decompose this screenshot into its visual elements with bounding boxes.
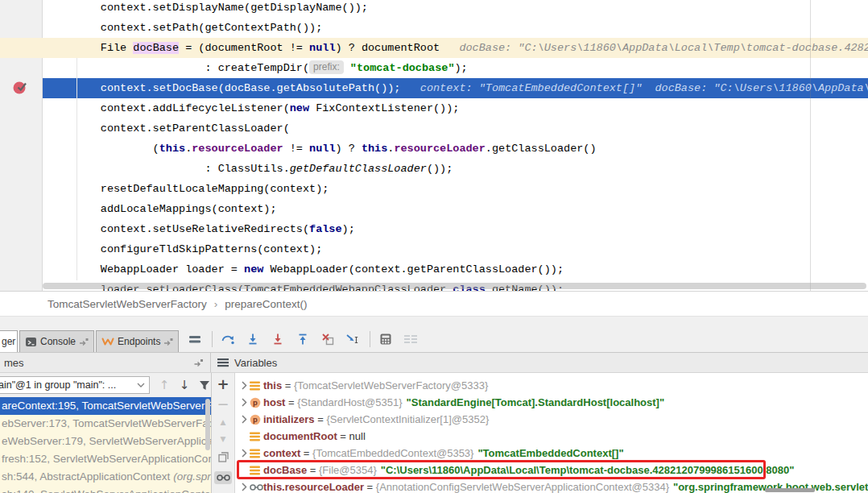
- breadcrumb: TomcatServletWebServerFactory›prepareCon…: [0, 292, 868, 317]
- duplicate-watch-button[interactable]: [214, 452, 232, 462]
- code-editor[interactable]: context.setDisplayName(getDisplayName())…: [0, 0, 868, 292]
- frames-list: areContext:195, TomcatServletWebServerFa…: [0, 397, 211, 493]
- variable-ref: {TomcatServletWebServerFactory@5333}: [294, 379, 488, 392]
- tab-console[interactable]: Console: [19, 330, 94, 352]
- frame-row[interactable]: sh:140, ServletWebServerApplicationConte…: [0, 486, 211, 493]
- tab-ger[interactable]: ger: [0, 330, 18, 352]
- step-over-icon: [221, 333, 235, 346]
- variable-row[interactable]: this = {TomcatServletWebServerFactory@53…: [236, 377, 868, 394]
- variable-row[interactable]: docBase = {File@5354}"C:\Users\11860\App…: [236, 462, 868, 478]
- variable-name: initializers: [263, 413, 315, 425]
- threads-view-button[interactable]: [185, 329, 205, 350]
- threads-view-icon: [188, 334, 201, 345]
- frames-toolbar: ↑↓: [158, 379, 211, 392]
- hide-panel-icon[interactable]: [193, 358, 204, 367]
- endpoints-icon: [101, 336, 114, 347]
- frame-row[interactable]: fresh:152, ServletWebServerApplicationCo…: [0, 450, 211, 468]
- force-step-into-button[interactable]: [268, 329, 287, 350]
- variable-row[interactable]: phost = {StandardHost@5351}"StandardEngi…: [236, 394, 868, 411]
- expand-chevron-icon[interactable]: [239, 483, 250, 491]
- variable-string: "StandardEngine[Tomcat].StandardHost[loc…: [407, 396, 665, 408]
- code-line: : createTempDir(prefix: "tomcat-docbase"…: [48, 58, 868, 78]
- code-line: configureTldSkipPatterns(context);: [48, 239, 868, 259]
- frames-panel-title: mes: [4, 357, 193, 369]
- move-watch-up-button: ▲: [214, 419, 232, 427]
- debugger-content: ain"@1 in group "main": ... ↑↓ areContex…: [0, 373, 868, 493]
- frame-row[interactable]: areContext:195, TomcatServletWebServerFa…: [0, 397, 211, 415]
- remove-watch-icon: −: [217, 397, 229, 412]
- variable-ref: {File@5354}: [319, 464, 377, 476]
- watch-toolbar: +−▲▼: [212, 373, 235, 493]
- equals-sign: =: [364, 481, 376, 493]
- evaluate-expression-icon: [379, 333, 392, 346]
- variable-row[interactable]: context = {TomcatEmbeddedContext@5353}"T…: [236, 445, 868, 462]
- thread-selector[interactable]: ain"@1 in group "main": ...: [0, 376, 150, 394]
- force-step-into-icon: [271, 333, 284, 346]
- drop-frame-button[interactable]: [318, 329, 337, 350]
- breadcrumb-item[interactable]: TomcatServletWebServerFactory: [48, 298, 207, 310]
- toolbar-separator: [370, 331, 370, 347]
- filter-button[interactable]: [198, 379, 211, 392]
- step-into-button[interactable]: [243, 329, 262, 350]
- frames-panel-header: mes: [0, 353, 211, 372]
- horizontal-scrollbar[interactable]: [43, 283, 866, 289]
- expand-chevron-icon[interactable]: [239, 415, 250, 424]
- run-to-cursor-button[interactable]: [343, 329, 362, 350]
- expand-chevron-icon[interactable]: [239, 449, 250, 458]
- menu-icon[interactable]: [217, 358, 229, 367]
- show-watches-button[interactable]: [214, 471, 232, 484]
- variable-string: "TomcatEmbeddedContext[]": [477, 447, 623, 459]
- chevron-down-icon: [137, 383, 145, 387]
- frame-row[interactable]: ebServer:173, TomcatServletWebServerFact…: [0, 415, 211, 433]
- execution-code-line: context.setDocBase(docBase.getAbsolutePa…: [48, 78, 868, 98]
- code-lines: context.setDisplayName(getDisplayName())…: [48, 0, 868, 292]
- field-icon: [250, 466, 263, 475]
- frame-row[interactable]: eWebServer:179, ServletWebServerApplicat…: [0, 433, 211, 450]
- frame-row[interactable]: sh:544, AbstractApplicationContext (org.…: [0, 468, 211, 486]
- add-watch-icon: +: [217, 377, 229, 392]
- code-line: context.setUseRelativeRedirects(false);: [48, 219, 868, 239]
- field-icon: [250, 432, 263, 441]
- duplicate-watch-icon: [218, 452, 229, 462]
- variable-row[interactable]: documentRoot = null: [236, 428, 868, 445]
- step-over-button[interactable]: [218, 329, 238, 350]
- equals-sign: =: [285, 396, 297, 408]
- equals-sign: =: [337, 430, 349, 442]
- watch-icon: [250, 483, 263, 491]
- tool-tabs: gerConsoleEndpoints: [0, 326, 179, 352]
- expand-chevron-icon[interactable]: [239, 381, 250, 390]
- variable-string: "C:\Users\11860\AppData\Local\Temp\tomca…: [381, 464, 795, 476]
- layout-icon: [403, 334, 418, 345]
- show-watches-icon: [217, 474, 230, 482]
- code-line: resetDefaultLocaleMapping(context);: [48, 179, 868, 199]
- panel-headers: mes Variables: [0, 353, 868, 373]
- debug-actions: [185, 326, 426, 352]
- breadcrumb-separator: ›: [214, 298, 218, 310]
- variable-row[interactable]: pinitializers = {ServletContextInitializ…: [236, 411, 868, 428]
- tab-endpoints[interactable]: Endpoints: [96, 330, 179, 352]
- variable-ref: {StandardHost@5351}: [297, 396, 402, 408]
- filter-icon: [199, 380, 210, 391]
- toolbar-separator: [212, 331, 213, 347]
- code-line: File docBase = (documentRoot != null) ? …: [48, 38, 868, 58]
- variable-name: documentRoot: [263, 430, 337, 442]
- step-out-button[interactable]: [293, 329, 312, 350]
- expand-chevron-icon[interactable]: [239, 398, 250, 407]
- move-down-button[interactable]: ↓: [178, 379, 191, 392]
- breadcrumb-item[interactable]: prepareContext(): [225, 298, 307, 310]
- tab-label: Endpoints: [118, 336, 160, 347]
- breakpoint-icon[interactable]: [12, 80, 28, 94]
- code-line: (this.resourceLoader != null) ? this.res…: [48, 139, 868, 159]
- code-line: context.setPath(getContextPath());: [48, 18, 868, 38]
- add-watch-button[interactable]: +: [214, 379, 232, 390]
- step-out-icon: [296, 333, 309, 346]
- evaluate-expression-button[interactable]: [376, 329, 395, 350]
- parameter-icon: p: [250, 397, 263, 408]
- code-line: : ClassUtils.getDefaultClassLoader());: [48, 159, 868, 179]
- frames-scrollbar[interactable]: [205, 399, 210, 450]
- drop-frame-icon: [321, 333, 334, 346]
- variables-scrollbar[interactable]: [765, 488, 815, 492]
- code-line: context.setDisplayName(getDisplayName())…: [48, 0, 868, 18]
- variable-name: this.resourceLoader: [263, 481, 364, 493]
- variable-name: this: [263, 379, 282, 392]
